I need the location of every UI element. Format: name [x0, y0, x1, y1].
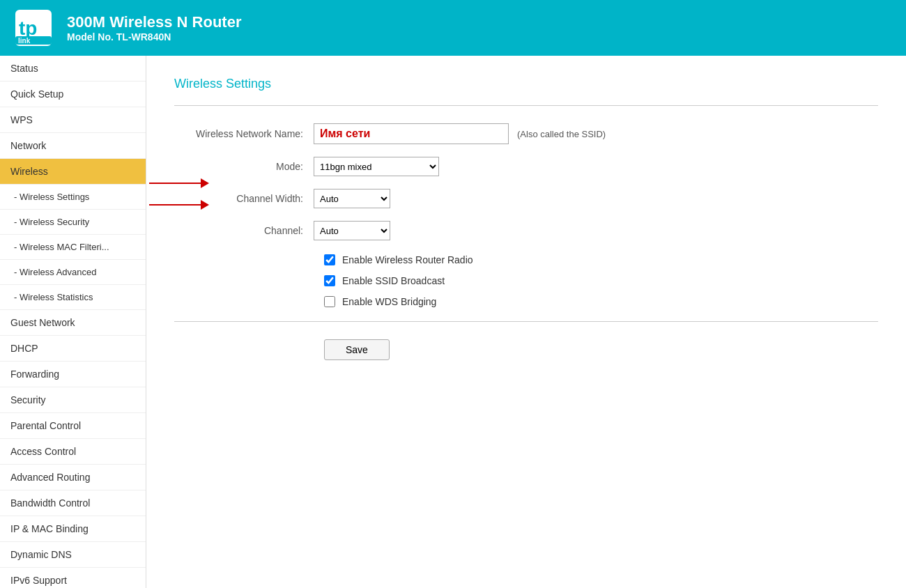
- sidebar-wrapper: StatusQuick SetupWPSNetworkWireless- Wir…: [0, 56, 146, 588]
- sidebar-item-dhcp[interactable]: DHCP: [0, 336, 146, 362]
- save-section: Save: [174, 339, 878, 360]
- enable-wds-checkbox[interactable]: [324, 296, 335, 307]
- mode-control: 11bgn mixed 11bg mixed 11b only 11g only…: [314, 157, 439, 176]
- sidebar-item-parental-control[interactable]: Parental Control: [0, 413, 146, 439]
- header: tp link 300M Wireless N Router Model No.…: [0, 0, 906, 56]
- sidebar-item-wireless-mac-filtering[interactable]: - Wireless MAC Filteri...: [0, 235, 146, 260]
- sidebar-item-security[interactable]: Security: [0, 387, 146, 413]
- network-name-row: Wireless Network Name: (Also called the …: [174, 123, 878, 144]
- enable-ssid-label: Enable SSID Broadcast: [342, 275, 445, 286]
- sidebar-item-guest-network[interactable]: Guest Network: [0, 310, 146, 336]
- sidebar-item-ipv6-support[interactable]: IPv6 Support: [0, 568, 146, 588]
- network-name-control: (Also called the SSID): [314, 123, 606, 144]
- sidebar-item-wps[interactable]: WPS: [0, 107, 146, 133]
- header-title: 300M Wireless N Router Model No. TL-WR84…: [67, 13, 241, 42]
- enable-ssid-row: Enable SSID Broadcast: [324, 275, 878, 286]
- enable-radio-checkbox[interactable]: [324, 254, 335, 265]
- mode-row: Mode: 11bgn mixed 11bg mixed 11b only 11…: [174, 157, 878, 176]
- channel-control: Auto 1234 5678 910111213: [314, 221, 390, 240]
- ssid-hint: (Also called the SSID): [517, 129, 606, 139]
- sidebar-item-status[interactable]: Status: [0, 56, 146, 82]
- sidebar-item-ip-mac-binding[interactable]: IP & MAC Binding: [0, 516, 146, 542]
- channel-select[interactable]: Auto 1234 5678 910111213: [314, 221, 390, 240]
- checkboxes-section: Enable Wireless Router Radio Enable SSID…: [324, 254, 878, 307]
- sidebar-item-network[interactable]: Network: [0, 133, 146, 159]
- network-name-input[interactable]: [314, 123, 509, 144]
- save-button[interactable]: Save: [324, 339, 390, 360]
- sidebar-item-forwarding[interactable]: Forwarding: [0, 362, 146, 387]
- svg-text:link: link: [18, 37, 31, 45]
- channel-width-select[interactable]: Auto 20MHz 40MHz: [314, 189, 390, 208]
- mode-select[interactable]: 11bgn mixed 11bg mixed 11b only 11g only…: [314, 157, 439, 176]
- channel-width-label: Channel Width:: [174, 193, 314, 204]
- page-title: Wireless Settings: [174, 77, 878, 91]
- main-layout: StatusQuick SetupWPSNetworkWireless- Wir…: [0, 56, 906, 588]
- sidebar-item-advanced-routing[interactable]: Advanced Routing: [0, 465, 146, 490]
- enable-ssid-checkbox[interactable]: [324, 275, 335, 286]
- divider-top: [174, 105, 878, 106]
- sidebar-item-quick-setup[interactable]: Quick Setup: [0, 82, 146, 107]
- enable-wds-row: Enable WDS Bridging: [324, 296, 878, 307]
- mode-label: Mode:: [174, 161, 314, 172]
- enable-radio-label: Enable Wireless Router Radio: [342, 254, 473, 265]
- sidebar-item-wireless-settings[interactable]: - Wireless Settings: [0, 185, 146, 210]
- sidebar: StatusQuick SetupWPSNetworkWireless- Wir…: [0, 56, 146, 588]
- sidebar-item-wireless-advanced[interactable]: - Wireless Advanced: [0, 260, 146, 285]
- product-name: 300M Wireless N Router: [67, 13, 241, 31]
- model-number: Model No. TL-WR840N: [67, 31, 241, 42]
- svg-text:tp: tp: [19, 17, 37, 39]
- sidebar-item-access-control[interactable]: Access Control: [0, 439, 146, 465]
- tp-link-logo-icon: tp link: [14, 8, 53, 47]
- divider-bottom: [174, 321, 878, 322]
- sidebar-item-bandwidth-control[interactable]: Bandwidth Control: [0, 490, 146, 516]
- sidebar-item-wireless-statistics[interactable]: - Wireless Statistics: [0, 285, 146, 310]
- channel-width-row: Channel Width: Auto 20MHz 40MHz: [174, 189, 878, 208]
- sidebar-item-dynamic-dns[interactable]: Dynamic DNS: [0, 542, 146, 568]
- channel-width-control: Auto 20MHz 40MHz: [314, 189, 390, 208]
- sidebar-item-wireless[interactable]: Wireless: [0, 159, 146, 185]
- enable-radio-row: Enable Wireless Router Radio: [324, 254, 878, 265]
- channel-row: Channel: Auto 1234 5678 910111213: [174, 221, 878, 240]
- network-name-label: Wireless Network Name:: [174, 128, 314, 139]
- sidebar-item-wireless-security[interactable]: - Wireless Security: [0, 210, 146, 235]
- content-area: Wireless Settings Wireless Network Name:…: [146, 56, 906, 588]
- enable-wds-label: Enable WDS Bridging: [342, 296, 436, 307]
- logo-area: tp link 300M Wireless N Router Model No.…: [14, 8, 241, 47]
- channel-label: Channel:: [174, 225, 314, 236]
